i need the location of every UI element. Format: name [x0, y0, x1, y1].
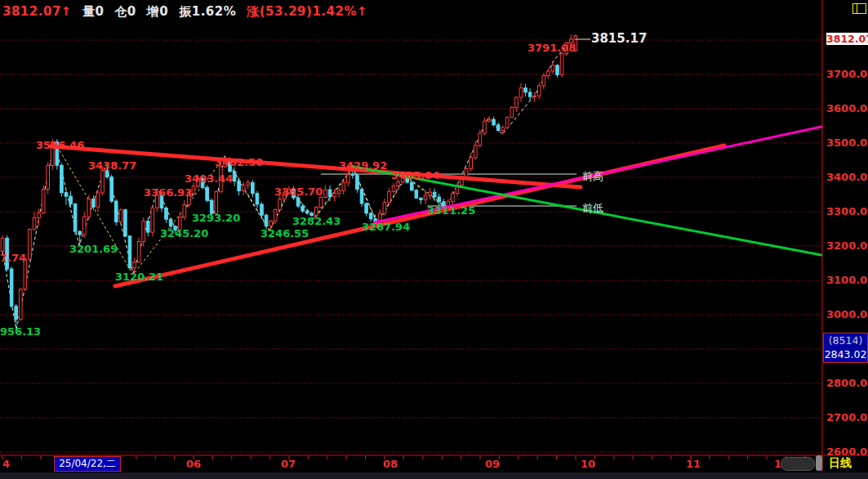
candle-body [333, 193, 336, 196]
candle-body [324, 190, 327, 197]
candle-body [29, 229, 32, 259]
candle-body [260, 204, 264, 215]
quote-title-bar: 3812.07↑ 量0 仓0 增0 振1.62% 涨(53.29)1.42%↑ [2, 4, 367, 20]
swing-label: 3311.25 [427, 204, 475, 217]
candle-body [438, 197, 441, 202]
candle-body [560, 54, 563, 75]
open-interest-field: 仓0 [114, 4, 136, 20]
candle-body [87, 199, 91, 217]
candle-body [383, 203, 386, 213]
candle-body [256, 194, 259, 204]
candle-body [10, 269, 13, 307]
swing-label: 3246.55 [260, 227, 309, 239]
scrollbar-thumb[interactable] [781, 457, 815, 471]
swing-label: 3201.69 [69, 243, 118, 255]
contract-info-box: (8514) 2843.02 [823, 333, 868, 363]
candle-body [146, 221, 149, 232]
candle-body [233, 172, 236, 181]
candle-body [137, 242, 140, 262]
candle-body [1, 238, 4, 251]
change-field: 涨(53.29)1.42%↑ [247, 4, 367, 20]
candle-body [411, 182, 414, 190]
y-axis-tick-label: 3500.00 [826, 137, 867, 149]
period-selector[interactable]: 日线 [829, 456, 852, 471]
candle-body [319, 197, 323, 207]
bottom-status-strip [0, 472, 868, 479]
candle-body [247, 182, 250, 185]
candle-body [429, 192, 432, 195]
candle-body [33, 217, 36, 229]
candle-body [492, 119, 496, 125]
candle-body [265, 215, 268, 226]
swing-label: 3405.04 [391, 169, 439, 181]
candle-body [524, 88, 527, 92]
swing-label: 3791.08 [527, 42, 576, 54]
y-axis-tick-label: 3700.00 [826, 68, 867, 80]
candle-body [101, 171, 105, 193]
candle-body [424, 195, 427, 200]
swing-label: 3429.92 [339, 159, 387, 172]
candle-body [133, 262, 136, 268]
swing-label: 3815.17 [591, 31, 647, 46]
candle-body [551, 65, 554, 71]
candle-body [142, 221, 145, 241]
candle-body [388, 191, 391, 202]
candle-body [342, 182, 345, 190]
swing-label: 956.13 [0, 325, 41, 338]
swing-label: 3438.77 [88, 159, 136, 172]
candle-body [315, 208, 318, 216]
swing-label: 3120.21 [115, 271, 163, 283]
candle-body [533, 96, 536, 96]
candle-body [242, 186, 245, 191]
candle-body [206, 187, 209, 200]
candle-body [452, 194, 455, 202]
candle-body [519, 88, 523, 97]
candle-body [301, 206, 305, 211]
x-axis-month-label: 07 [281, 458, 296, 470]
candle-body [274, 209, 277, 221]
candlestick-chart[interactable] [0, 0, 868, 479]
y-axis-tick-label: 3200.00 [826, 239, 867, 252]
candle-body [505, 118, 509, 128]
volume-field: 量0 [82, 4, 104, 20]
candle-body [528, 92, 532, 96]
candle-body [496, 125, 500, 131]
cursor-date-tag: 25/04/22,二 [54, 456, 121, 472]
candle-body [96, 193, 100, 207]
candle-body [69, 196, 73, 204]
candle-body [369, 213, 372, 219]
candle-body [537, 86, 541, 96]
y-axis-tick-label: 3300.00 [826, 205, 867, 217]
candle-body [73, 204, 77, 232]
y-axis-tick-label: 3400.00 [826, 171, 867, 183]
candle-body [60, 165, 64, 192]
x-axis-month-label: 4 [2, 458, 10, 470]
candle-body [556, 65, 559, 75]
scrollbar-end-cap[interactable] [816, 455, 822, 471]
candle-body [82, 217, 86, 235]
candle-body [151, 208, 154, 232]
candle-body [165, 208, 168, 220]
swing-label: 3282.43 [292, 215, 341, 227]
candle-body [128, 236, 131, 268]
candle-body [238, 181, 241, 191]
y-axis-tick-label: 2700.00 [826, 411, 867, 423]
increase-field: 增0 [147, 4, 168, 20]
candle-body [328, 190, 332, 197]
candle-body [347, 174, 350, 182]
swing-label: 3365.70 [274, 186, 323, 198]
trading-app-window: 3812.07↑ 量0 仓0 增0 振1.62% 涨(53.29)1.42%↑ … [0, 0, 868, 479]
y-axis-tick-label: 3000.00 [826, 308, 867, 320]
level-label: 前高 [582, 169, 603, 184]
candle-body [542, 76, 545, 86]
y-axis-tick-label: 3600.00 [826, 102, 867, 114]
candle-body [515, 97, 519, 107]
candle-body [251, 182, 255, 193]
current-price-tag: 3812.07 [826, 33, 868, 45]
swing-label: 7.74 [0, 252, 26, 264]
x-axis-month-label: 11 [686, 458, 701, 470]
candle-body [420, 198, 423, 199]
candle-body [470, 158, 473, 169]
x-axis-month-label: 10 [581, 458, 595, 470]
window-panes-icon[interactable] [852, 3, 866, 14]
